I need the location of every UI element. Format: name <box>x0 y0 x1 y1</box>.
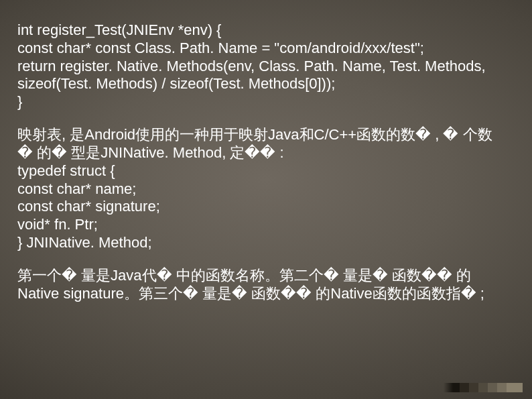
code-block-1: int register_Test(JNIEnv *env) { const c… <box>17 21 515 111</box>
code-line: } JNINative. Method; <box>17 234 515 252</box>
code-line: void* fn. Ptr; <box>17 216 515 234</box>
code-line: const char* signature; <box>17 198 515 216</box>
code-line: int register_Test(JNIEnv *env) { <box>17 21 515 40</box>
footer-gradient-bar <box>444 383 523 392</box>
text-line: Native signature。第三个� 量是� 函数�� 的Native函数… <box>17 285 515 303</box>
code-line: typedef struct { <box>17 162 515 180</box>
text-block-2: 映射表, 是Android使用的一种用于映射Java和C/C++函数的数� , … <box>17 126 515 252</box>
code-line: const char* const Class. Path. Name = "c… <box>17 40 515 58</box>
text-block-3: 第一个� 量是Java代� 中的函数名称。第二个� 量是� 函数�� 的 Nat… <box>17 267 515 303</box>
code-line: const char* name; <box>17 180 515 198</box>
code-line: sizeof(Test. Methods) / sizeof(Test. Met… <box>17 75 515 93</box>
text-line: � 的� 型是JNINative. Method, 定�� : <box>17 144 515 162</box>
text-line: 第一个� 量是Java代� 中的函数名称。第二个� 量是� 函数�� 的 <box>17 267 515 285</box>
code-line: return register. Native. Methods(env, Cl… <box>17 58 515 76</box>
text-line: 映射表, 是Android使用的一种用于映射Java和C/C++函数的数� , … <box>17 126 515 144</box>
code-line: } <box>17 93 515 111</box>
